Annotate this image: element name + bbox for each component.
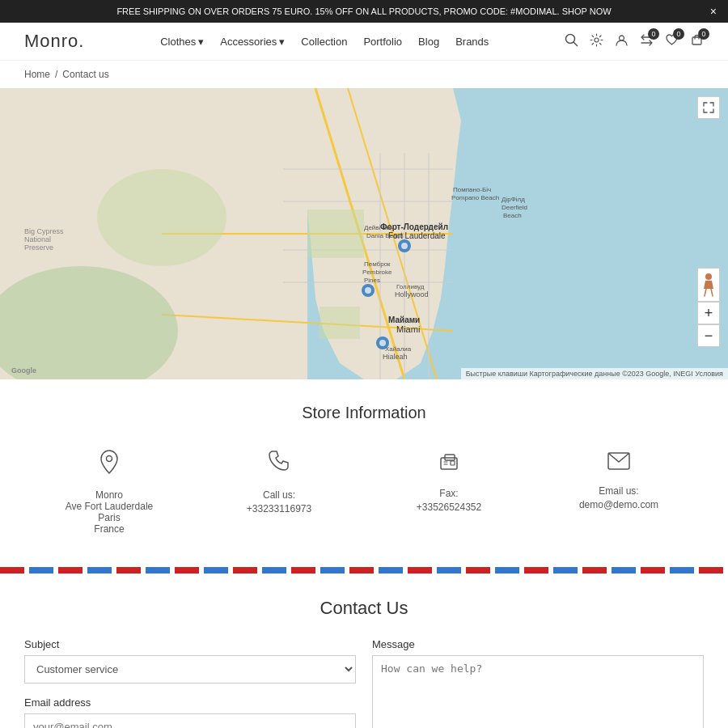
- svg-text:Pembroke: Pembroke: [362, 269, 392, 276]
- store-email-item: Email us: demo@demo.com: [534, 442, 704, 543]
- nav-icons: 0 0 0: [565, 33, 704, 50]
- map-footer: Быстрые клавиши Картографические данные …: [461, 368, 728, 379]
- store-address-item: Monro Ave Fort Lauderdale Paris France: [24, 442, 194, 543]
- svg-text:Hialeah: Hialeah: [383, 353, 408, 361]
- user-icon[interactable]: [615, 33, 629, 50]
- svg-text:Big Cypress: Big Cypress: [24, 227, 64, 235]
- store-address-line2: Ave Fort Lauderdale: [40, 501, 178, 512]
- fax-value: +33526524352: [380, 502, 518, 513]
- svg-point-48: [365, 287, 371, 294]
- svg-text:National: National: [24, 235, 51, 243]
- call-label: Call us:: [210, 489, 348, 501]
- message-textarea[interactable]: [372, 655, 704, 728]
- store-info-section: Store Information Monro Ave Fort Lauderd…: [0, 379, 728, 559]
- top-banner: FREE SHIPPING ON OVER ORDERS 75 EURO. 15…: [0, 0, 728, 23]
- banner-text: FREE SHIPPING ON OVER ORDERS 75 EURO. 15…: [116, 6, 611, 16]
- svg-point-55: [107, 456, 112, 462]
- svg-line-1: [574, 42, 578, 46]
- compare-badge: 0: [648, 28, 659, 40]
- nav-item-brands[interactable]: Brands: [455, 36, 489, 48]
- map-zoom-in-button[interactable]: +: [697, 302, 720, 324]
- svg-text:Deerfield: Deerfield: [502, 204, 527, 211]
- svg-text:Майами: Майами: [388, 315, 420, 324]
- nav-item-collection[interactable]: Collection: [301, 36, 347, 48]
- search-icon[interactable]: [565, 33, 578, 50]
- map-expand-button[interactable]: [697, 96, 720, 119]
- email-icon: [550, 450, 688, 476]
- svg-text:Pompano Beach: Pompano Beach: [451, 194, 499, 201]
- email-value: demo@demo.com: [550, 499, 688, 510]
- wishlist-badge: 0: [673, 28, 684, 40]
- svg-text:Помпано-Біч: Помпано-Біч: [453, 186, 491, 193]
- svg-text:Хайалиа: Хайалиа: [385, 345, 412, 353]
- fax-label: Fax:: [380, 488, 518, 499]
- map-svg: Big Cypress National Preserve Форт-Лодер…: [0, 88, 728, 379]
- location-icon: [40, 450, 178, 480]
- store-address-line1: Monro: [40, 489, 178, 501]
- svg-point-3: [619, 36, 624, 40]
- store-info-title: Store Information: [24, 404, 704, 422]
- svg-text:Дейві Бич: Дейві Бич: [364, 224, 393, 231]
- svg-text:Hollywood: Hollywood: [395, 290, 429, 298]
- svg-text:Голливуд: Голливуд: [396, 283, 425, 290]
- svg-text:Google: Google: [11, 366, 36, 375]
- svg-rect-23: [320, 307, 360, 339]
- breadcrumb-current: Contact us: [62, 69, 108, 80]
- svg-text:Preserve: Preserve: [24, 243, 53, 252]
- cart-badge: 0: [698, 28, 709, 40]
- breadcrumb: Home / Contact us: [0, 61, 728, 88]
- svg-text:Дір­Філд: Дір­Філд: [502, 196, 525, 203]
- contact-title: Contact Us: [24, 598, 704, 619]
- svg-text:Miami: Miami: [396, 324, 420, 334]
- contact-form-grid: Subject Customer service Order inquiry R…: [24, 638, 704, 728]
- email-field: Email address: [24, 696, 356, 728]
- subject-field: Subject Customer service Order inquiry R…: [24, 638, 356, 684]
- logo[interactable]: Monro.: [24, 31, 84, 52]
- map-streetview-button[interactable]: [697, 268, 720, 302]
- store-address-line4: France: [40, 523, 178, 535]
- call-value: +33233116973: [210, 503, 348, 514]
- contact-section: Contact Us Subject Customer service Orde…: [0, 574, 728, 728]
- svg-text:Пемброк: Пемброк: [364, 260, 391, 268]
- map-container: Big Cypress National Preserve Форт-Лодер…: [0, 88, 728, 379]
- nav-item-accessories[interactable]: Accessories ▾: [220, 36, 285, 48]
- map-zoom-out-button[interactable]: −: [697, 324, 720, 347]
- nav-item-portfolio[interactable]: Portfolio: [363, 36, 402, 48]
- wishlist-icon[interactable]: 0: [665, 33, 679, 50]
- email-label: Email address: [24, 696, 356, 709]
- banner-close-button[interactable]: ×: [710, 6, 717, 17]
- contact-form-right: Message: [372, 638, 704, 728]
- store-phone-item: Call us: +33233116973: [194, 442, 364, 543]
- phone-icon: [210, 450, 348, 480]
- message-field: Message: [372, 638, 704, 728]
- header: Monro. Clothes ▾ Accessories ▾ Collectio…: [0, 23, 728, 61]
- message-label: Message: [372, 638, 704, 650]
- email-input[interactable]: [24, 713, 356, 728]
- main-nav: Clothes ▾ Accessories ▾ Collection Portf…: [160, 36, 489, 48]
- svg-point-2: [595, 38, 599, 42]
- nav-item-clothes[interactable]: Clothes ▾: [160, 36, 204, 48]
- decorative-line: [0, 567, 728, 574]
- store-fax-item: Fax: +33526524352: [364, 442, 534, 543]
- breadcrumb-home[interactable]: Home: [24, 69, 50, 80]
- store-info-grid: Monro Ave Fort Lauderdale Paris France C…: [24, 442, 704, 543]
- fax-icon: [380, 450, 518, 478]
- map-zoom-controls: + −: [697, 302, 720, 347]
- svg-point-54: [705, 273, 712, 280]
- subject-select[interactable]: Customer service Order inquiry Return re…: [24, 655, 356, 684]
- settings-icon[interactable]: [590, 33, 603, 50]
- svg-point-50: [379, 340, 386, 346]
- svg-text:Dania Beach: Dania Beach: [366, 232, 404, 239]
- compare-icon[interactable]: 0: [640, 33, 654, 50]
- email-label: Email us:: [550, 485, 688, 497]
- svg-rect-22: [307, 210, 364, 258]
- store-address-line3: Paris: [40, 512, 178, 523]
- svg-point-0: [565, 34, 574, 43]
- contact-form-left: Subject Customer service Order inquiry R…: [24, 638, 356, 728]
- cart-icon[interactable]: 0: [690, 33, 704, 50]
- svg-rect-58: [451, 461, 455, 465]
- svg-point-46: [401, 243, 408, 249]
- svg-text:Beach: Beach: [503, 212, 522, 219]
- svg-text:Pines: Pines: [364, 277, 380, 284]
- nav-item-blog[interactable]: Blog: [418, 36, 439, 48]
